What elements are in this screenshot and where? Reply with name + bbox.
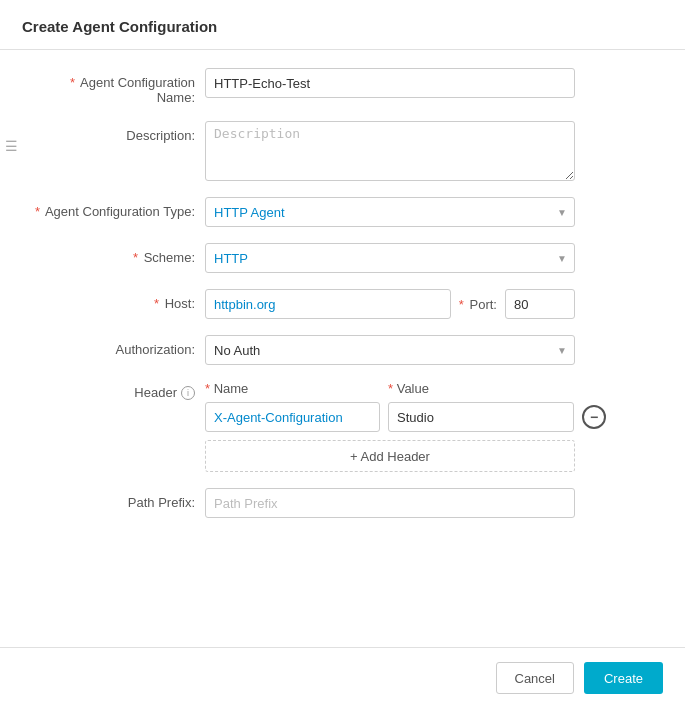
agent-type-row: * Agent Configuration Type: HTTP Agent R… (30, 197, 655, 227)
agent-type-label: * Agent Configuration Type: (30, 197, 205, 219)
header-name-input[interactable] (205, 402, 380, 432)
scheme-row: * Scheme: HTTP HTTPS ▼ (30, 243, 655, 273)
header-label-col: Header i (30, 381, 205, 400)
remove-header-button[interactable]: − (582, 405, 606, 429)
description-textarea[interactable] (205, 121, 575, 181)
scheme-select-wrapper: HTTP HTTPS ▼ (205, 243, 575, 273)
page-title: Create Agent Configuration (22, 18, 217, 35)
header-row-inputs: − (205, 402, 575, 432)
header-value-col-label: * Value (388, 381, 429, 396)
authorization-label: Authorization: (30, 335, 205, 357)
required-star-type: * (35, 204, 40, 219)
add-header-button[interactable]: + Add Header (205, 440, 575, 472)
path-prefix-label: Path Prefix: (30, 488, 205, 510)
path-prefix-row: Path Prefix: (30, 488, 655, 518)
authorization-select[interactable]: No Auth Basic Auth Bearer Token (205, 335, 575, 365)
agent-type-select[interactable]: HTTP Agent REST Agent SOAP Agent (205, 197, 575, 227)
scheme-select[interactable]: HTTP HTTPS (205, 243, 575, 273)
menu-icon[interactable]: ☰ (5, 138, 18, 154)
header-section: Header i * Name * Value (30, 381, 655, 472)
required-star-host: * (154, 296, 159, 311)
page-header: Create Agent Configuration (0, 0, 685, 50)
info-icon[interactable]: i (181, 386, 195, 400)
header-value-input[interactable] (388, 402, 574, 432)
header-name-col-label: * Name (205, 381, 380, 396)
agent-type-select-wrapper: HTTP Agent REST Agent SOAP Agent ▼ (205, 197, 575, 227)
port-input[interactable] (505, 289, 575, 319)
host-port-row: * Host: * Port: (30, 289, 655, 319)
authorization-row: Authorization: No Auth Basic Auth Bearer… (30, 335, 655, 365)
authorization-select-wrapper: No Auth Basic Auth Bearer Token ▼ (205, 335, 575, 365)
host-label: * Host: (30, 289, 205, 311)
scheme-label: * Scheme: (30, 243, 205, 265)
agent-name-label: * Agent Configuration Name: (30, 68, 205, 105)
agent-name-input[interactable] (205, 68, 575, 98)
agent-name-row: * Agent Configuration Name: (30, 68, 655, 105)
description-row: Description: (30, 121, 655, 181)
path-prefix-input[interactable] (205, 488, 575, 518)
host-port-inputs: * Port: (205, 289, 575, 319)
footer-actions: Cancel Create (0, 647, 685, 710)
create-button[interactable]: Create (584, 662, 663, 694)
required-star: * (70, 75, 75, 90)
required-star-scheme: * (133, 250, 138, 265)
host-input[interactable] (205, 289, 451, 319)
description-label: Description: (30, 121, 205, 143)
form-container: * Agent Configuration Name: Description:… (0, 50, 685, 647)
header-col-labels: * Name * Value (205, 381, 575, 396)
cancel-button[interactable]: Cancel (496, 662, 574, 694)
page-container: Create Agent Configuration ☰ * Agent Con… (0, 0, 685, 710)
header-fields-col: * Name * Value − + Add (205, 381, 575, 472)
port-label: * Port: (451, 297, 505, 312)
